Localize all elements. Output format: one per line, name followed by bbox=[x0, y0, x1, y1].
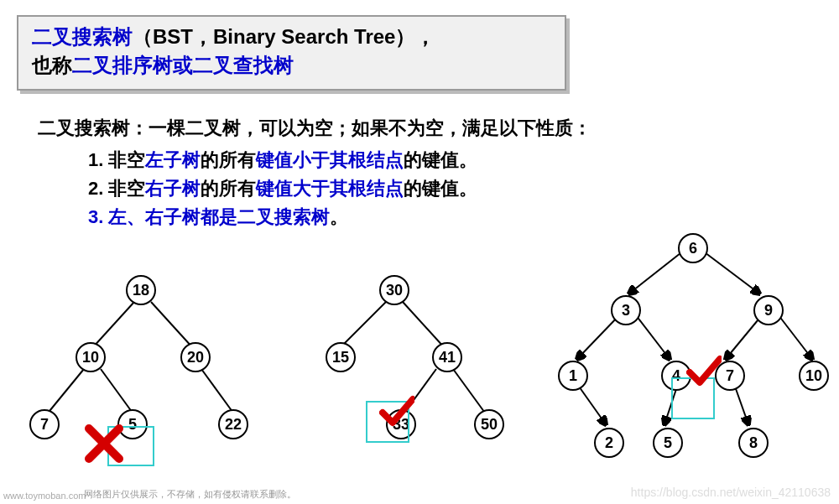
watermark-toymoban: www.toymoban.com bbox=[3, 491, 86, 501]
title-aka: 二叉排序树或二叉查找树 bbox=[72, 54, 294, 76]
tree3-node: 2 bbox=[594, 428, 624, 458]
title-prefix: 也称 bbox=[32, 54, 72, 76]
svg-line-0 bbox=[92, 302, 134, 348]
svg-line-3 bbox=[101, 369, 134, 415]
title-line2: 也称二叉排序树或二叉查找树 bbox=[32, 52, 551, 79]
property-list: 1. 非空左子树的所有键值小于其根结点的键值。 2. 非空右子树的所有键值大于其… bbox=[88, 148, 839, 230]
svg-line-12 bbox=[636, 315, 670, 359]
highlight-box bbox=[366, 401, 409, 443]
prop-text: 非空 bbox=[108, 149, 145, 170]
prop-num: 3. bbox=[88, 206, 108, 227]
tree3-node: 5 bbox=[653, 428, 683, 458]
title-line1: 二叉搜索树（BST，Binary Search Tree）， bbox=[32, 23, 551, 50]
tree1-node: 20 bbox=[180, 342, 211, 372]
highlight-box bbox=[107, 426, 154, 466]
svg-line-15 bbox=[577, 384, 606, 424]
watermark-disclaimer: 网络图片仅供展示，不存储，如有侵权请联系删除。 bbox=[84, 488, 296, 501]
prop-num: 2. bbox=[88, 178, 108, 199]
tree3-edges bbox=[529, 225, 839, 493]
svg-line-13 bbox=[726, 315, 762, 359]
prop-text: 的键值。 bbox=[404, 178, 477, 199]
prop-text: 左、右子树都是二叉搜索树 bbox=[108, 206, 330, 227]
svg-line-11 bbox=[577, 315, 619, 359]
svg-line-17 bbox=[734, 384, 748, 424]
prop-text: 非空 bbox=[108, 178, 145, 199]
svg-line-4 bbox=[201, 369, 235, 415]
svg-line-5 bbox=[340, 302, 386, 348]
prop-num: 1. bbox=[88, 149, 108, 170]
tree3-node: 6 bbox=[678, 233, 708, 263]
svg-line-8 bbox=[453, 369, 487, 415]
prop-text: 的键值。 bbox=[404, 149, 477, 170]
prop-key: 右子树 bbox=[145, 178, 201, 199]
prop-key: 左子树 bbox=[145, 149, 201, 170]
title-keyword: 二叉搜索树 bbox=[32, 25, 133, 48]
svg-line-14 bbox=[779, 315, 812, 359]
prop-text: 。 bbox=[330, 206, 348, 227]
prop-text: 的所有 bbox=[201, 149, 256, 170]
prop-text: 的所有 bbox=[201, 178, 256, 199]
svg-line-6 bbox=[403, 302, 445, 348]
property-2: 2. 非空右子树的所有键值大于其根结点的键值。 bbox=[88, 176, 839, 201]
tree1-node: 10 bbox=[76, 342, 106, 372]
tree1-node: 7 bbox=[29, 409, 60, 439]
tree1-node: 22 bbox=[218, 409, 248, 439]
svg-line-1 bbox=[151, 302, 193, 348]
svg-line-2 bbox=[46, 369, 84, 415]
definition-text: 二叉搜索树：一棵二叉树，可以为空；如果不为空，满足以下性质： bbox=[38, 116, 805, 141]
title-suffix: （BST，Binary Search Tree）， bbox=[133, 25, 435, 48]
tree2-node: 30 bbox=[379, 275, 409, 305]
tree2-node: 15 bbox=[326, 342, 356, 372]
svg-line-10 bbox=[701, 250, 759, 294]
tree3-node: 7 bbox=[715, 361, 745, 391]
tree1-node: 18 bbox=[126, 275, 156, 305]
highlight-box bbox=[671, 377, 715, 419]
title-box: 二叉搜索树（BST，Binary Search Tree）， 也称二叉排序树或二… bbox=[17, 15, 566, 91]
tree3-node: 8 bbox=[738, 428, 769, 458]
tree2-node: 41 bbox=[432, 342, 462, 372]
svg-line-9 bbox=[629, 250, 685, 294]
prop-key: 键值小于其根结点 bbox=[256, 149, 404, 170]
tree2-node: 50 bbox=[474, 409, 504, 439]
property-1: 1. 非空左子树的所有键值小于其根结点的键值。 bbox=[88, 148, 839, 173]
prop-key: 键值大于其根结点 bbox=[256, 178, 404, 199]
trees-area: 18 10 20 7 5 22 30 15 41 33 50 6 3 9 1 4… bbox=[0, 260, 839, 495]
watermark-csdn: https://blog.csdn.net/weixin_42110638 bbox=[631, 486, 831, 499]
tree3-node: 1 bbox=[558, 361, 588, 391]
tree3-node: 9 bbox=[753, 295, 784, 325]
tree3-node: 3 bbox=[611, 295, 641, 325]
tree3-node: 10 bbox=[799, 361, 829, 391]
